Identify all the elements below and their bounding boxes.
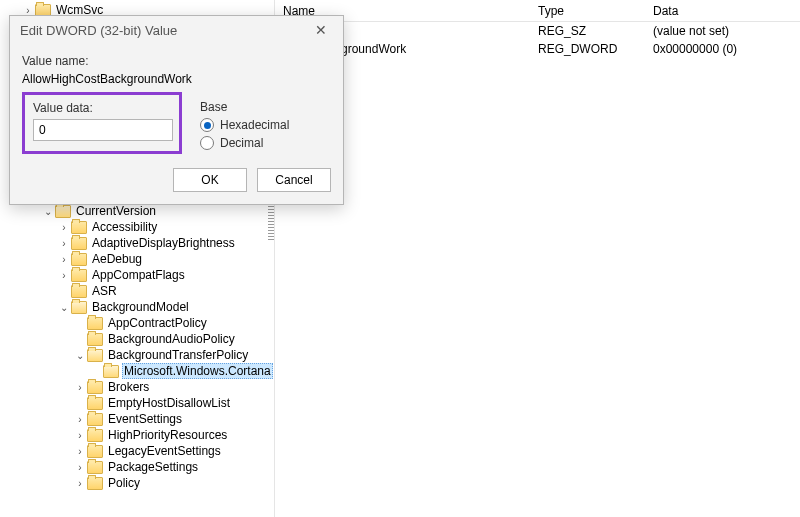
pane-splitter[interactable] bbox=[268, 200, 274, 240]
folder-icon bbox=[71, 269, 87, 282]
tree-twisty[interactable]: › bbox=[74, 382, 86, 393]
tree-twisty[interactable]: › bbox=[58, 270, 70, 281]
tree-item-label[interactable]: EventSettings bbox=[106, 412, 184, 426]
dialog-title-text: Edit DWORD (32-bit) Value bbox=[20, 23, 177, 38]
folder-icon bbox=[71, 237, 87, 250]
tree-item-label[interactable]: AppCompatFlags bbox=[90, 268, 187, 282]
list-row[interactable]: REG_SZ (value not set) bbox=[275, 22, 800, 40]
tree-item-label[interactable]: ASR bbox=[90, 284, 119, 298]
folder-icon bbox=[87, 413, 103, 426]
radio-label: Hexadecimal bbox=[220, 118, 289, 132]
tree-twisty[interactable]: › bbox=[58, 238, 70, 249]
tree-twisty[interactable]: › bbox=[22, 5, 34, 16]
value-name-label: Value name: bbox=[22, 54, 331, 68]
tree-item-label[interactable]: BackgroundAudioPolicy bbox=[106, 332, 237, 346]
tree-item-label[interactable]: AppContractPolicy bbox=[106, 316, 209, 330]
tree-item-label[interactable]: BackgroundTransferPolicy bbox=[106, 348, 250, 362]
folder-open-icon bbox=[55, 205, 71, 218]
tree-item-label: Microsoft.Windows.Cortana bbox=[122, 363, 273, 379]
tree-twisty[interactable]: ⌄ bbox=[42, 206, 54, 217]
cell-data: (value not set) bbox=[645, 24, 800, 38]
radio-hexadecimal[interactable]: Hexadecimal bbox=[200, 118, 331, 132]
folder-icon bbox=[87, 461, 103, 474]
radio-decimal[interactable]: Decimal bbox=[200, 136, 331, 150]
tree-twisty[interactable]: ⌄ bbox=[58, 302, 70, 313]
cell-data: 0x00000000 (0) bbox=[645, 42, 800, 56]
tree-twisty[interactable]: › bbox=[58, 222, 70, 233]
folder-icon bbox=[87, 445, 103, 458]
tree-item-label[interactable]: Policy bbox=[106, 476, 142, 490]
radio-icon bbox=[200, 136, 214, 150]
value-data-highlight: Value data: bbox=[22, 92, 182, 154]
cell-type: REG_SZ bbox=[530, 24, 645, 38]
tree-item-label[interactable]: Brokers bbox=[106, 380, 151, 394]
close-icon[interactable]: ✕ bbox=[309, 18, 333, 42]
tree-item-label[interactable]: BackgroundModel bbox=[90, 300, 191, 314]
cell-type: REG_DWORD bbox=[530, 42, 645, 56]
tree-item-label[interactable]: Accessibility bbox=[90, 220, 159, 234]
tree-twisty[interactable]: › bbox=[74, 414, 86, 425]
value-data-label: Value data: bbox=[33, 101, 171, 115]
tree-twisty[interactable]: › bbox=[58, 254, 70, 265]
base-label: Base bbox=[200, 100, 331, 114]
folder-icon bbox=[87, 429, 103, 442]
column-header-type[interactable]: Type bbox=[530, 4, 645, 18]
column-header-data[interactable]: Data bbox=[645, 4, 800, 18]
value-data-input[interactable] bbox=[33, 119, 173, 141]
folder-icon bbox=[87, 317, 103, 330]
tree-item-label[interactable]: HighPriorityResources bbox=[106, 428, 229, 442]
radio-icon bbox=[200, 118, 214, 132]
dialog-titlebar[interactable]: Edit DWORD (32-bit) Value ✕ bbox=[10, 16, 343, 44]
tree-twisty[interactable]: › bbox=[74, 462, 86, 473]
tree-twisty[interactable]: ⌄ bbox=[74, 350, 86, 361]
value-name-text: AllowHighCostBackgroundWork bbox=[22, 72, 331, 86]
list-header: Name Type Data bbox=[275, 0, 800, 22]
folder-icon bbox=[87, 333, 103, 346]
folder-icon bbox=[71, 253, 87, 266]
tree-twisty[interactable]: › bbox=[74, 478, 86, 489]
folder-open-icon bbox=[103, 365, 119, 378]
folder-open-icon bbox=[87, 349, 103, 362]
edit-dword-dialog: Edit DWORD (32-bit) Value ✕ Value name: … bbox=[9, 15, 344, 205]
tree-item-label[interactable]: CurrentVersion bbox=[74, 204, 158, 218]
tree-item-label[interactable]: EmptyHostDisallowList bbox=[106, 396, 232, 410]
radio-label: Decimal bbox=[220, 136, 263, 150]
list-row[interactable]: hCostBackgroundWork REG_DWORD 0x00000000… bbox=[275, 40, 800, 58]
ok-button[interactable]: OK bbox=[173, 168, 247, 192]
tree-item-selected[interactable]: ›Microsoft.Windows.Cortana bbox=[0, 363, 274, 379]
folder-open-icon bbox=[71, 301, 87, 314]
folder-icon bbox=[87, 397, 103, 410]
folder-icon bbox=[87, 477, 103, 490]
folder-icon bbox=[87, 381, 103, 394]
cancel-button[interactable]: Cancel bbox=[257, 168, 331, 192]
folder-icon bbox=[71, 221, 87, 234]
tree-item-label[interactable]: AeDebug bbox=[90, 252, 144, 266]
tree-twisty[interactable]: › bbox=[74, 430, 86, 441]
tree-twisty[interactable]: › bbox=[74, 446, 86, 457]
tree-item-label[interactable]: AdaptiveDisplayBrightness bbox=[90, 236, 237, 250]
folder-icon bbox=[71, 285, 87, 298]
tree-item-label[interactable]: PackageSettings bbox=[106, 460, 200, 474]
list-pane: Name Type Data REG_SZ (value not set) hC… bbox=[275, 0, 800, 517]
tree-item-label[interactable]: LegacyEventSettings bbox=[106, 444, 223, 458]
